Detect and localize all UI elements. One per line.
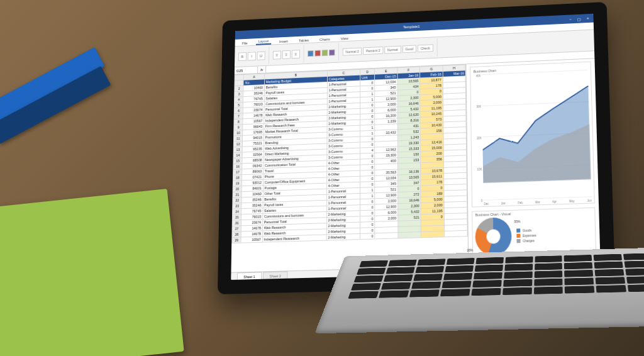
legend-swatch (517, 234, 521, 238)
spreadsheet-grid[interactable]: A B C D E F G H 1No.Marketing BudgetCate… (231, 64, 468, 272)
pie-pct-2: 28% (467, 248, 473, 252)
font-group: B I U (238, 47, 270, 65)
tab-view[interactable]: View (338, 36, 351, 42)
underline-button[interactable]: U (257, 51, 265, 60)
sheet-tab-1[interactable]: Sheet 1 (237, 272, 262, 279)
cell[interactable] (398, 232, 421, 238)
xtick: Apr (552, 200, 557, 203)
legend-label: Expenses (523, 233, 536, 238)
tab-file[interactable]: File (240, 41, 250, 46)
plot-area (482, 70, 591, 200)
tab-layout[interactable]: Layout (256, 39, 271, 45)
workbook-area: A B C D E F G H 1No.Marketing BudgetCate… (231, 58, 600, 272)
theme-color-blue[interactable] (308, 50, 313, 57)
legend-swatch (517, 228, 521, 232)
ytick: 0 (474, 199, 482, 203)
name-box[interactable]: G25 (235, 66, 258, 74)
book (0, 66, 111, 144)
maximize-icon[interactable]: ▢ (576, 16, 582, 21)
align-group: ≡ ≡ ≡ (273, 45, 304, 64)
row-number[interactable]: 27 (232, 226, 242, 232)
window-title: Template1 (403, 25, 419, 29)
theme-color-red[interactable] (314, 50, 320, 56)
ytick: 20K (473, 136, 482, 140)
dictionary-book (0, 47, 104, 125)
pie-pct-1: 55% (514, 220, 520, 224)
cell[interactable] (421, 231, 444, 237)
xtick: Mar (535, 201, 540, 204)
styles-group: Normal 2 Percent 2 Normal Good Check (343, 38, 438, 60)
theme-group (308, 43, 339, 62)
cell[interactable]: Independent Reasearch (262, 235, 326, 242)
style-normal2[interactable]: Normal 2 (343, 47, 362, 55)
xtick: Dec (484, 203, 489, 206)
legend-label: Charges (523, 238, 535, 243)
legend-label: Goods (523, 228, 532, 233)
align-center-icon[interactable]: ≡ (282, 50, 291, 58)
row-number[interactable]: 26 (232, 220, 242, 226)
xtick: Jan (501, 202, 506, 205)
ytick: 30K (472, 105, 481, 109)
spreadsheet-app: Template1 − ▢ × File Layout Insert Table… (231, 14, 601, 280)
ytick: 10K (474, 168, 482, 172)
green-notebook (0, 189, 184, 356)
area-series (482, 70, 591, 183)
area-chart[interactable]: Business Chart 40K 30K 20K 10K 0 (470, 62, 595, 208)
close-icon[interactable]: × (585, 16, 591, 20)
pie-title: Business Chart - Visual (475, 212, 511, 217)
row-number[interactable]: 29 (232, 237, 242, 243)
row-number[interactable]: 24 (232, 209, 242, 215)
bold-button[interactable]: B (238, 52, 247, 61)
ytick: 40K (472, 74, 481, 78)
y-axis: 40K 30K 20K 10K 0 (472, 74, 483, 203)
style-check[interactable]: Check (418, 44, 433, 52)
italic-button[interactable]: I (248, 52, 256, 60)
cell[interactable]: 0 (360, 233, 375, 240)
cell[interactable]: 2-Marketing (326, 233, 360, 240)
cell[interactable]: 10567 (241, 236, 262, 243)
style-good[interactable]: Good (402, 45, 417, 53)
cell[interactable] (375, 233, 398, 239)
align-left-icon[interactable]: ≡ (273, 50, 281, 59)
worksheet-table[interactable]: A B C D E F G H 1No.Marketing BudgetCate… (231, 64, 468, 243)
laptop-keyboard (314, 244, 644, 333)
window-controls: − ▢ × (567, 16, 591, 21)
tab-insert[interactable]: Insert (277, 39, 291, 44)
tab-tables[interactable]: Tables (296, 38, 311, 43)
chart-pane: Business Chart 40K 30K 20K 10K 0 (466, 58, 601, 265)
align-right-icon[interactable]: ≡ (292, 50, 300, 58)
legend-swatch (517, 239, 521, 243)
row-number[interactable]: 25 (232, 214, 242, 221)
minimize-icon[interactable]: − (567, 17, 574, 21)
xtick: Jun (587, 199, 591, 202)
tab-charts[interactable]: Charts (317, 37, 332, 42)
xtick: May (569, 199, 575, 203)
sheet-tab-2[interactable]: Sheet 2 (263, 271, 288, 279)
cell[interactable] (444, 230, 467, 236)
style-normal[interactable]: Normal (384, 45, 401, 53)
fx-icon[interactable]: fx (258, 66, 266, 73)
laptop: Template1 − ▢ × File Layout Insert Table… (180, 0, 644, 356)
pie-legend: Goods Expenses Charges (517, 228, 536, 243)
row-number[interactable]: 28 (232, 231, 242, 238)
theme-color-green[interactable] (322, 50, 328, 56)
xtick: Feb (518, 201, 523, 204)
pie-graphic: 55% 28% (475, 217, 513, 256)
theme-color-purple[interactable] (329, 49, 335, 55)
style-percent2[interactable]: Percent 2 (363, 46, 383, 54)
